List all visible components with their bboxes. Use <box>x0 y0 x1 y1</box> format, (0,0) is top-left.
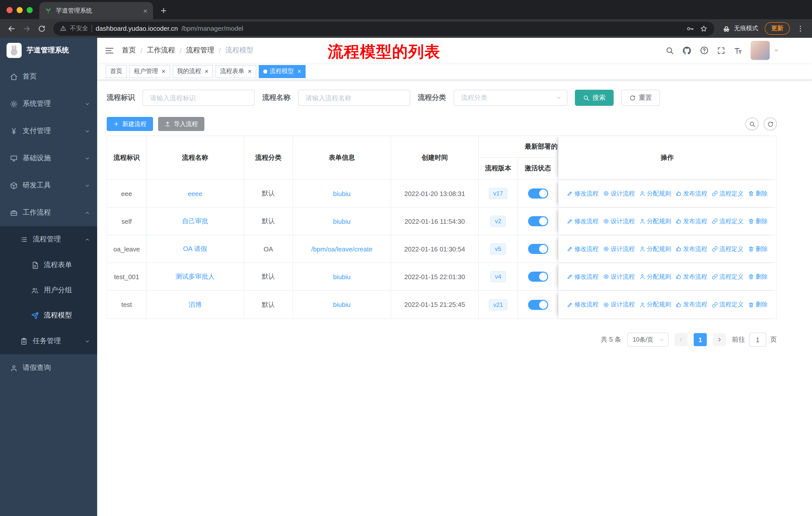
active-toggle[interactable] <box>528 272 548 282</box>
sidebar-item-7[interactable]: 流程表单 <box>0 252 97 278</box>
row-action-1[interactable]: 设计流程 <box>603 272 635 281</box>
row-action-4[interactable]: 流程定义 <box>712 245 744 253</box>
row-action-2[interactable]: 分配规则 <box>639 189 671 198</box>
sidebar-item-11[interactable]: 请假查询 <box>0 354 97 381</box>
browser-tab[interactable]: 芋道管理系统 × <box>39 2 153 19</box>
row-action-0[interactable]: 修改流程 <box>567 272 599 281</box>
hamburger-icon[interactable] <box>105 46 114 55</box>
form-link[interactable]: biubiu <box>333 190 350 197</box>
process-name-link[interactable]: eeee <box>188 190 202 197</box>
prev-page-button[interactable] <box>674 333 688 346</box>
page-size-select[interactable]: 10条/页 <box>627 332 669 347</box>
bookmark-star-icon[interactable] <box>700 24 708 32</box>
sidebar-item-6[interactable]: 流程管理 <box>0 226 97 252</box>
refresh-table-button[interactable] <box>764 117 777 131</box>
tag-4[interactable]: 流程模型× <box>259 65 306 78</box>
row-action-4[interactable]: 流程定义 <box>712 272 744 281</box>
sidebar-item-2[interactable]: 支付管理 <box>0 117 97 145</box>
tag-2[interactable]: 我的流程× <box>172 65 213 78</box>
zoom-window-button[interactable] <box>27 7 33 13</box>
search-button[interactable]: 搜索 <box>575 90 614 106</box>
search-icon[interactable] <box>666 46 674 55</box>
category-select[interactable]: 流程分类 <box>454 90 567 106</box>
row-action-2[interactable]: 分配规则 <box>639 272 671 281</box>
reload-button[interactable] <box>34 21 49 36</box>
row-action-3[interactable]: 发布流程 <box>675 300 707 309</box>
close-tag-icon[interactable]: × <box>297 68 301 75</box>
version-badge[interactable]: v17 <box>489 188 508 199</box>
create-process-button[interactable]: 新建流程 <box>107 117 153 131</box>
row-action-4[interactable]: 流程定义 <box>712 189 744 198</box>
minimize-window-button[interactable] <box>17 7 23 13</box>
process-name-input[interactable] <box>298 90 410 106</box>
page-number-current[interactable]: 1 <box>694 333 707 346</box>
sidebar-item-3[interactable]: 基础设施 <box>0 145 97 172</box>
active-toggle[interactable] <box>528 188 548 198</box>
close-tab-icon[interactable]: × <box>143 7 147 15</box>
import-process-button[interactable]: 导入流程 <box>158 117 204 131</box>
form-link[interactable]: biubiu <box>333 301 350 308</box>
row-action-3[interactable]: 发布流程 <box>675 217 707 225</box>
breadcrumb-item-process-mgmt[interactable]: 流程管理 <box>186 46 214 55</box>
close-tag-icon[interactable]: × <box>162 68 165 75</box>
row-action-5[interactable]: 删除 <box>748 189 768 198</box>
form-link[interactable]: biubiu <box>333 273 350 280</box>
sidebar-item-9[interactable]: 流程模型 <box>0 303 97 328</box>
row-action-4[interactable]: 流程定义 <box>712 217 744 225</box>
row-action-0[interactable]: 修改流程 <box>567 189 599 198</box>
new-tab-button[interactable]: + <box>156 3 171 18</box>
tag-3[interactable]: 流程表单× <box>215 65 256 78</box>
process-name-link[interactable]: 自己审批 <box>182 217 208 226</box>
version-badge[interactable]: v5 <box>490 243 506 254</box>
address-bar[interactable]: 不安全 dashboard.yudao.iocoder.cn/bpm/manag… <box>53 21 714 35</box>
row-action-1[interactable]: 设计流程 <box>603 300 635 309</box>
row-action-3[interactable]: 发布流程 <box>675 245 707 253</box>
row-action-2[interactable]: 分配规则 <box>639 217 671 225</box>
forward-button[interactable] <box>19 21 34 36</box>
sidebar-logo[interactable]: 芋道管理系统 <box>0 38 97 63</box>
row-action-0[interactable]: 修改流程 <box>567 245 599 253</box>
sidebar-item-8[interactable]: 用户分组 <box>0 278 97 303</box>
tag-0[interactable]: 首页 <box>106 65 127 78</box>
row-action-5[interactable]: 删除 <box>748 272 768 281</box>
row-action-1[interactable]: 设计流程 <box>603 245 635 253</box>
avatar[interactable] <box>751 41 770 60</box>
browser-update-button[interactable]: 更新 <box>765 22 790 35</box>
process-name-link[interactable]: 测试多审批人 <box>175 272 215 281</box>
sidebar-item-10[interactable]: 任务管理 <box>0 328 97 354</box>
row-action-5[interactable]: 删除 <box>748 245 768 253</box>
goto-page-input[interactable] <box>749 332 766 347</box>
help-icon[interactable] <box>700 46 709 55</box>
row-action-0[interactable]: 修改流程 <box>567 217 599 225</box>
close-tag-icon[interactable]: × <box>248 68 252 75</box>
process-key-input[interactable] <box>142 90 255 106</box>
row-action-5[interactable]: 删除 <box>748 300 768 309</box>
breadcrumb-item-workflow[interactable]: 工作流程 <box>147 46 175 55</box>
browser-menu-icon[interactable] <box>793 21 808 36</box>
show-search-button[interactable] <box>746 117 759 131</box>
process-name-link[interactable]: OA 请假 <box>183 244 207 253</box>
avatar-caret-icon[interactable] <box>774 48 779 53</box>
form-link[interactable]: biubiu <box>333 217 350 225</box>
reset-button[interactable]: 重置 <box>621 90 660 106</box>
github-icon[interactable] <box>682 46 692 55</box>
version-badge[interactable]: v4 <box>490 271 506 282</box>
version-badge[interactable]: v21 <box>489 299 508 310</box>
version-badge[interactable]: v2 <box>490 216 506 227</box>
sidebar-item-0[interactable]: 首页 <box>0 63 97 90</box>
active-toggle[interactable] <box>528 244 548 254</box>
tag-1[interactable]: 租户管理× <box>129 65 170 78</box>
row-action-1[interactable]: 设计流程 <box>603 217 635 225</box>
active-toggle[interactable] <box>528 216 548 226</box>
password-key-icon[interactable] <box>686 24 694 32</box>
font-size-icon[interactable] <box>733 46 743 55</box>
row-action-3[interactable]: 发布流程 <box>675 189 707 198</box>
back-button[interactable] <box>4 21 19 36</box>
breadcrumb-item-home[interactable]: 首页 <box>122 46 136 55</box>
sidebar-item-4[interactable]: 研发工具 <box>0 172 97 199</box>
sidebar-item-5[interactable]: 工作流程 <box>0 199 97 226</box>
row-action-1[interactable]: 设计流程 <box>603 189 635 198</box>
row-action-2[interactable]: 分配规则 <box>639 300 671 309</box>
process-name-link[interactable]: 滔博 <box>188 300 202 309</box>
sidebar-item-1[interactable]: 系统管理 <box>0 90 97 117</box>
